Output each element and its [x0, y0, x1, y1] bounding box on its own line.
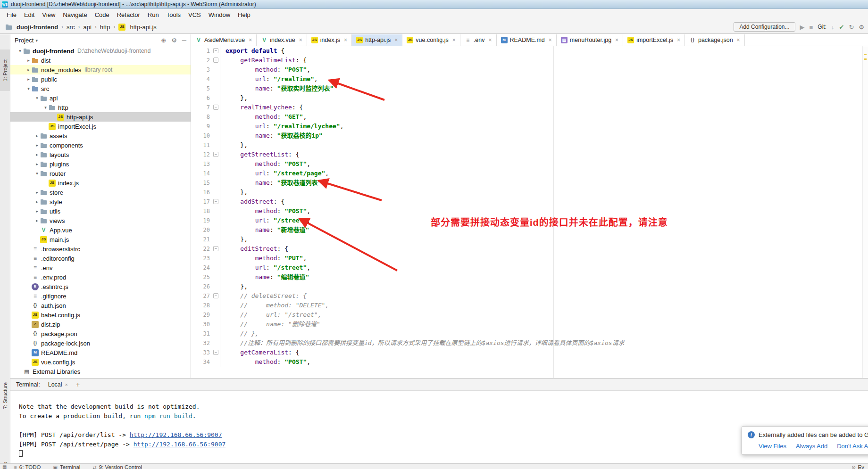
fold-marker-icon[interactable]: − [213, 48, 218, 53]
statusbar-event-log[interactable]: ⊙Ev [851, 464, 864, 469]
tree-item-store[interactable]: ▸store [10, 188, 191, 197]
close-icon[interactable]: × [452, 37, 456, 43]
code-text[interactable]: }, [220, 235, 248, 244]
fold-marker-icon[interactable]: − [213, 152, 218, 157]
code-text[interactable]: // method: "DELETE", [220, 301, 329, 310]
tree-item-http-api.js[interactable]: JShttp-api.js [10, 112, 191, 122]
editor-tab-AsideMenu.vue[interactable]: VAsideMenu.vue× [191, 34, 257, 46]
notification-action-View Files[interactable]: View Files [759, 443, 786, 450]
statusbar-item-Terminal[interactable]: ▣Terminal [53, 464, 80, 469]
code-text[interactable]: name: "获取荔枝的ip" [220, 131, 323, 140]
close-icon[interactable]: × [394, 37, 398, 43]
chevron-icon[interactable]: ▸ [34, 133, 40, 138]
chevron-icon[interactable]: ▸ [25, 67, 32, 72]
tree-item-router[interactable]: ▾router [10, 169, 191, 178]
breadcrumb-item-src[interactable]: src [65, 23, 76, 31]
editor-tab-http-api.js[interactable]: JShttp-api.js× [352, 34, 402, 46]
locate-file-icon[interactable]: ⊕ [161, 37, 166, 44]
vcs-commit-icon[interactable]: ✔ [839, 24, 844, 31]
code-text[interactable]: }, [220, 93, 248, 103]
code-text[interactable]: getRealTimeList: { [220, 56, 307, 65]
fold-marker-icon[interactable]: − [213, 350, 218, 355]
code-text[interactable]: method: "POST", [220, 206, 310, 216]
close-icon[interactable]: × [344, 37, 347, 43]
close-icon[interactable]: × [615, 37, 618, 43]
tree-item-layouts[interactable]: ▸layouts [10, 150, 191, 159]
code-text[interactable]: // deleteStreet: { [220, 291, 307, 301]
tree-item-plugins[interactable]: ▸plugins [10, 159, 191, 169]
tree-item-auth.json[interactable]: {}auth.json [10, 301, 191, 310]
close-icon[interactable]: × [299, 37, 302, 43]
tree-item-style[interactable]: ▸style [10, 197, 191, 206]
tree-item-dist.zip[interactable]: Zdist.zip [10, 320, 191, 329]
fold-marker-icon[interactable]: − [213, 199, 218, 204]
code-text[interactable]: realTimeLychee: { [220, 103, 303, 112]
tree-item-public[interactable]: ▸public [10, 74, 191, 84]
close-icon[interactable]: × [488, 37, 492, 43]
project-panel-title[interactable]: Project [15, 37, 33, 44]
add-configuration-button[interactable]: Add Configuration... [734, 22, 795, 32]
tree-item-package.json[interactable]: {}package.json [10, 329, 191, 338]
statusbar-item-6: TODO[interactable]: ≡6: TODO [14, 464, 41, 469]
tree-item-utils[interactable]: ▸utils [10, 206, 191, 216]
tree-item-index.js[interactable]: JSindex.js [10, 178, 191, 188]
chevron-icon[interactable]: ▸ [34, 209, 40, 214]
chevron-icon[interactable]: ▾ [17, 49, 23, 53]
tree-item-README.md[interactable]: MREADME.md [10, 348, 191, 357]
code-text[interactable]: url: "/realTime", [220, 74, 318, 84]
code-text[interactable]: addStreet: { [220, 197, 284, 206]
chevron-icon[interactable]: ▸ [25, 77, 32, 82]
hide-panel-icon[interactable]: ─ [182, 37, 186, 44]
code-text[interactable]: export default { [220, 46, 284, 56]
code-text[interactable]: editStreet: { [220, 244, 288, 254]
menu-item-window[interactable]: Window [205, 10, 234, 20]
gear-icon[interactable]: ⚙ [171, 37, 177, 44]
menu-item-navigate[interactable]: Navigate [59, 10, 91, 20]
terminal-link[interactable]: http://192.168.66.56:9007 [134, 441, 226, 448]
tree-item-importExcel.js[interactable]: JSimportExcel.js [10, 122, 191, 131]
run-icon[interactable]: ▶ [800, 24, 805, 31]
tree-item-duoji-frontend[interactable]: ▾duoji-frontendD:\zheheWeb\duoji-fronten… [10, 46, 191, 56]
tool-window-tab-project[interactable]: 1: Project [0, 49, 10, 91]
terminal-tab-local[interactable]: Local × [45, 380, 71, 389]
code-text[interactable]: getCameraList: { [220, 348, 300, 357]
breadcrumb-item-api[interactable]: api [82, 23, 92, 31]
stop-icon[interactable]: ■ [810, 24, 813, 31]
chevron-icon[interactable]: ▸ [34, 143, 40, 148]
statusbar-item-9: Version Control[interactable]: ⇄9: Version Control [92, 464, 142, 469]
tree-item-dist[interactable]: ▸dist [10, 56, 191, 65]
code-text[interactable]: url: "/street", [220, 216, 310, 225]
terminal-link[interactable]: http://192.168.66.56:9007 [130, 431, 222, 438]
close-icon[interactable]: × [677, 37, 680, 43]
notification-action-Always Add[interactable]: Always Add [796, 443, 827, 450]
tree-item-src[interactable]: ▾src [10, 84, 191, 93]
code-text[interactable]: method: "GET", [220, 112, 307, 122]
chevron-icon[interactable]: ▾ [42, 105, 49, 110]
code-text[interactable]: name: "获取实时监控列表" [220, 84, 334, 93]
chevron-down-icon[interactable]: ▾ [35, 38, 38, 43]
menu-item-code[interactable]: Code [91, 10, 113, 20]
chevron-icon[interactable]: ▾ [34, 171, 40, 176]
tree-item-node_modules[interactable]: ▸node_moduleslibrary root [10, 65, 191, 74]
close-icon[interactable]: × [549, 37, 552, 43]
menu-item-help[interactable]: Help [234, 10, 254, 20]
chevron-icon[interactable]: ▾ [34, 96, 40, 100]
chevron-icon[interactable]: ▸ [34, 152, 40, 157]
terminal-output[interactable]: Note that the development build is not o… [10, 391, 868, 459]
chevron-icon[interactable]: ▸ [34, 199, 40, 204]
menu-item-run[interactable]: Run [144, 10, 163, 20]
fold-marker-icon[interactable]: − [213, 293, 218, 298]
editor-tab-menuRouter.jpg[interactable]: ▨menuRouter.jpg× [557, 34, 623, 46]
tree-item-App.vue[interactable]: VApp.vue [10, 225, 191, 235]
code-text[interactable]: // name: "删除巷道" [220, 320, 320, 329]
chevron-icon[interactable]: ▸ [34, 162, 40, 166]
tree-item-babel.config.js[interactable]: JSbabel.config.js [10, 310, 191, 320]
code-text[interactable]: name: "编辑巷道" [220, 272, 309, 282]
breadcrumb-item-http[interactable]: http [99, 23, 112, 31]
fold-marker-icon[interactable]: − [213, 58, 218, 63]
new-terminal-icon[interactable]: + [76, 381, 80, 388]
tree-item-.env.prod[interactable]: ≡.env.prod [10, 272, 191, 282]
tree-item-views[interactable]: ▸views [10, 216, 191, 225]
tree-item-.gitignore[interactable]: ≡.gitignore [10, 291, 191, 301]
editor-tab-README.md[interactable]: MREADME.md× [497, 34, 557, 46]
